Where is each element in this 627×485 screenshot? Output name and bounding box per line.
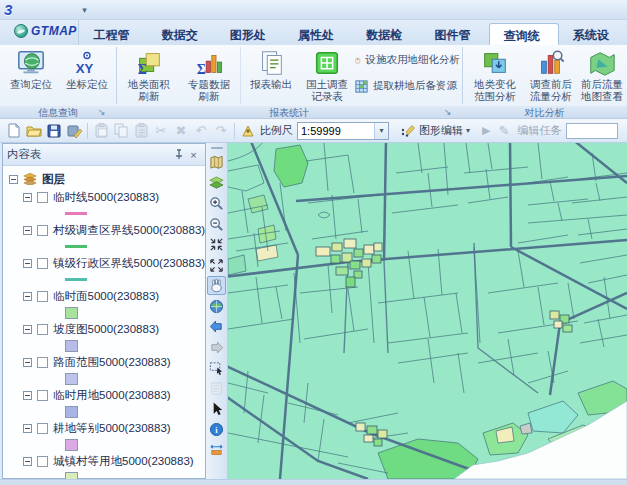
edit-task-input[interactable]: [566, 123, 618, 139]
undo-button[interactable]: ↶: [191, 121, 211, 141]
paste-special-button[interactable]: [131, 121, 151, 141]
button-label: 坐标定位: [66, 78, 108, 90]
tree-root-label: 图层: [42, 172, 65, 187]
tab-map-manage[interactable]: 图件管理: [420, 23, 488, 45]
attribute-table-button[interactable]: [207, 379, 226, 398]
tree-root-row[interactable]: 图层: [9, 170, 205, 188]
expander-icon[interactable]: [23, 226, 32, 235]
new-document-button[interactable]: [4, 121, 24, 141]
zoom-in-button[interactable]: [207, 194, 226, 213]
pan-hand-button[interactable]: [207, 276, 226, 295]
coord-locate-button[interactable]: XY 坐标定位: [58, 47, 116, 104]
graphic-edit-dropdown[interactable]: 图形编辑 ▾: [397, 122, 474, 139]
expander-icon[interactable]: [23, 259, 32, 268]
expander-icon[interactable]: [23, 457, 32, 466]
layer-row[interactable]: 临时用地5000(230883): [9, 386, 205, 404]
add-bookmark-button[interactable]: [238, 121, 258, 141]
layer-row[interactable]: 镇级行政区界线5000(230883): [9, 254, 205, 272]
thematic-refresh-button[interactable]: Σ 专题数据刷新: [180, 47, 238, 104]
forward-button[interactable]: [207, 338, 226, 357]
tab-system-settings[interactable]: 系统设置: [559, 23, 627, 45]
tab-graphic-process[interactable]: 图形处理: [216, 23, 284, 45]
zoom-extent-out-button[interactable]: [207, 256, 226, 275]
layer-checkbox[interactable]: [37, 192, 48, 203]
pin-icon[interactable]: [171, 147, 186, 162]
expander-icon[interactable]: [23, 325, 32, 334]
survey-record-button[interactable]: 国土调查记录表: [298, 47, 356, 104]
zoom-out-button[interactable]: [207, 215, 226, 234]
close-icon[interactable]: ×: [186, 147, 201, 162]
flow-map-view-button[interactable]: 前后流量地图查看: [578, 47, 626, 104]
layer-checkbox[interactable]: [37, 291, 48, 302]
change-range-button[interactable]: 地类变化范围分析: [468, 47, 522, 104]
tab-data-exchange[interactable]: 数据交换: [148, 23, 216, 45]
tab-project-manage[interactable]: 工程管理: [79, 23, 147, 45]
cut-button[interactable]: ✂: [151, 121, 171, 141]
map-view[interactable]: [228, 143, 627, 479]
facility-analysis-button[interactable]: 设施农用地细化分析: [352, 49, 460, 71]
start-edit-icon[interactable]: ▶: [482, 124, 490, 137]
sketch-edit-icon[interactable]: ✎: [498, 123, 509, 138]
measure-land-button[interactable]: [207, 440, 226, 459]
reserve-extract-button[interactable]: 提取耕地后备资源: [352, 75, 460, 97]
query-locate-button[interactable]: 查询定位: [2, 47, 60, 104]
open-button[interactable]: [24, 121, 44, 141]
save-edit-button[interactable]: [64, 121, 84, 141]
graphic-edit-label: 图形编辑: [419, 123, 463, 138]
layer-checkbox[interactable]: [37, 390, 48, 401]
quick-access-caret-icon[interactable]: ▾: [82, 5, 87, 15]
expander-icon[interactable]: [23, 391, 32, 400]
layer-checkbox[interactable]: [37, 324, 48, 335]
expander-icon[interactable]: [23, 292, 32, 301]
flow-analysis-button[interactable]: 调查前后流量分析: [524, 47, 578, 104]
layer-row[interactable]: 临时面5000(230883): [9, 287, 205, 305]
select-arrow-button[interactable]: [207, 399, 226, 418]
expander-icon[interactable]: [23, 193, 32, 202]
report-output-button[interactable]: 报表输出: [244, 47, 298, 104]
scale-dropdown-icon[interactable]: ▾: [374, 123, 388, 139]
export-map-button[interactable]: [207, 153, 226, 172]
change-range-icon: [480, 48, 510, 78]
flow-analysis-icon: [536, 48, 566, 78]
scale-input[interactable]: [298, 123, 374, 139]
full-extent-globe-button[interactable]: [207, 297, 226, 316]
layer-row[interactable]: 耕地等别5000(230883): [9, 419, 205, 437]
layer-row[interactable]: 城镇村等用地5000(230883): [9, 452, 205, 470]
layer-checkbox[interactable]: [37, 423, 48, 434]
redo-button[interactable]: ↷: [211, 121, 231, 141]
identify-info-button[interactable]: i: [207, 420, 226, 439]
delete-button[interactable]: ✖: [171, 121, 191, 141]
group-launcher-icon[interactable]: ↘: [444, 107, 452, 117]
copy-button[interactable]: [111, 121, 131, 141]
expander-icon[interactable]: [9, 175, 18, 184]
save-button[interactable]: [44, 121, 64, 141]
area-refresh-button[interactable]: Σ 地类面积刷新: [120, 47, 178, 104]
layer-checkbox[interactable]: [37, 357, 48, 368]
layer-checkbox[interactable]: [37, 258, 48, 269]
expander-icon[interactable]: [23, 358, 32, 367]
button-label: 国土调查记录表: [301, 78, 353, 102]
button-label: 查询定位: [10, 78, 52, 90]
paste-button[interactable]: [91, 121, 111, 141]
select-rectangle-button[interactable]: [207, 358, 226, 377]
layer-checkbox[interactable]: [37, 456, 48, 467]
layer-row[interactable]: 路面范围5000(230883): [9, 353, 205, 371]
thematic-refresh-icon: Σ: [194, 48, 224, 78]
tab-data-check[interactable]: 数据检查: [352, 23, 420, 45]
tab-query-statistics[interactable]: 查询统计: [489, 23, 559, 45]
back-button[interactable]: [207, 317, 226, 336]
group-label-report-stats: 报表统计: [116, 106, 462, 119]
layers-button[interactable]: [207, 174, 226, 193]
toolbar-grip[interactable]: [211, 147, 223, 149]
layer-row[interactable]: 临时线5000(230883): [9, 188, 205, 206]
layer-checkbox[interactable]: [37, 225, 48, 236]
expander-icon[interactable]: [23, 424, 32, 433]
tab-attribute-process[interactable]: 属性处理: [284, 23, 352, 45]
group-launcher-icon[interactable]: ↘: [98, 107, 106, 117]
zoom-extent-in-button[interactable]: [207, 235, 226, 254]
layer-row[interactable]: 村级调查区界线5000(230883): [9, 221, 205, 239]
ribbon: 查询定位 XY 坐标定位 Σ 地类面积刷新 Σ: [0, 45, 627, 106]
fill-symbol: [65, 439, 78, 451]
layer-row[interactable]: 坡度图5000(230883): [9, 320, 205, 338]
fill-symbol: [65, 307, 78, 319]
